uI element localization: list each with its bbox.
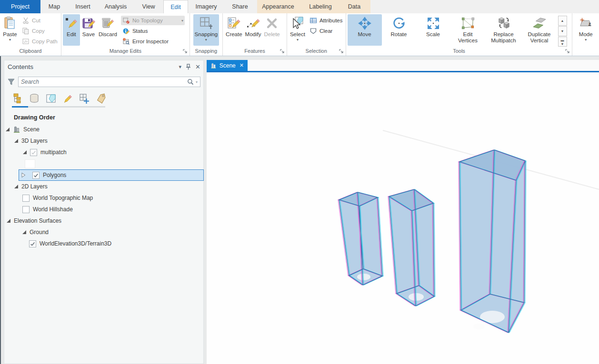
pin-icon[interactable] <box>186 64 191 70</box>
duplicate-vertical-icon <box>532 16 547 30</box>
snapping-button[interactable]: Snapping ▾ <box>193 14 220 46</box>
expanded-icon[interactable] <box>6 218 11 223</box>
list-by-data-source-icon[interactable] <box>29 93 40 104</box>
tree-item-scene[interactable]: Scene <box>4 124 203 135</box>
edit-button[interactable]: Edit <box>63 14 80 46</box>
tab-insert[interactable]: Insert <box>68 0 98 13</box>
gallery-expand-button[interactable]: ▬▼ <box>558 37 567 47</box>
polygons-checkbox[interactable] <box>32 172 40 179</box>
window-left-edge <box>0 56 1 364</box>
move-tool-button[interactable]: Move <box>348 14 382 46</box>
tree-item-world-topographic-map[interactable]: World Topographic Map <box>4 192 203 204</box>
collapsed-icon[interactable] <box>21 173 26 177</box>
mode-label: Mode <box>579 31 593 38</box>
rotate-icon <box>392 16 406 30</box>
create-features-button[interactable]: Create <box>224 14 244 46</box>
features-dialog-launcher[interactable] <box>280 49 285 54</box>
scene-view-tab[interactable]: Scene ✕ <box>207 60 248 71</box>
mode-button[interactable]: z Mode ▾ <box>577 14 594 46</box>
delete-features-button[interactable]: Delete <box>262 14 281 46</box>
expanded-icon[interactable] <box>14 138 19 143</box>
replace-multipatch-button[interactable]: Replace Multipatch <box>486 14 522 46</box>
scale-tool-button[interactable]: Scale <box>416 14 450 46</box>
tree-item-3d-layers[interactable]: 3D Layers <box>4 135 203 147</box>
pane-menu-caret-icon[interactable]: ▾ <box>179 64 182 70</box>
tab-imagery[interactable]: Imagery <box>188 0 224 13</box>
world-elevation-checkbox[interactable] <box>29 240 36 247</box>
group-tools: Move Rotate <box>346 13 573 56</box>
list-by-snapping-icon[interactable] <box>79 93 90 104</box>
tree-item-world-hillshade[interactable]: World Hillshade <box>4 204 203 215</box>
layer-symbol-swatch[interactable] <box>25 160 35 168</box>
tab-edit[interactable]: Edit <box>163 0 188 13</box>
tab-data[interactable]: Data <box>342 0 367 13</box>
tab-project[interactable]: Project <box>0 0 40 13</box>
expanded-icon[interactable] <box>5 127 10 132</box>
manage-edits-dialog-launcher[interactable] <box>183 49 188 54</box>
tools-group-label: Tools <box>453 48 465 54</box>
topology-dropdown[interactable]: No Topology ▾ <box>121 16 185 25</box>
tree-item-multipatch-symbol[interactable] <box>4 158 203 169</box>
tree-item-polygons[interactable]: Polygons <box>19 169 204 181</box>
discard-edits-button[interactable]: Discard <box>97 14 119 46</box>
scene-3d-canvas[interactable] <box>207 72 599 364</box>
attributes-label: Attributes <box>319 18 343 23</box>
status-button[interactable]: Status <box>121 26 185 36</box>
clear-selection-button[interactable]: Clear <box>308 26 344 36</box>
duplicate-vertical-button[interactable]: Duplicate Vertical <box>522 14 557 46</box>
modify-features-button[interactable]: Modify <box>244 14 263 46</box>
tab-view[interactable]: View <box>134 0 163 13</box>
tab-share[interactable]: Share <box>224 0 256 13</box>
tools-dialog-launcher[interactable] <box>565 49 570 54</box>
rotate-tool-button[interactable]: Rotate <box>382 14 416 46</box>
edit-vertices-button[interactable]: Edit Vertices <box>450 14 486 46</box>
expanded-icon[interactable] <box>22 150 27 155</box>
world-topographic-map-checkbox[interactable] <box>22 195 30 202</box>
close-pane-icon[interactable]: ✕ <box>195 63 200 70</box>
delete-icon <box>265 16 279 30</box>
error-inspector-button[interactable]: Error Inspector <box>121 37 185 46</box>
selection-dialog-launcher[interactable] <box>339 49 344 54</box>
contents-pane: Contents ▾ ✕ ▾ <box>4 60 204 364</box>
gallery-scroll-up-button[interactable]: ▲ <box>558 16 567 26</box>
copy-path-button[interactable]: Copy Path <box>20 37 59 46</box>
multipatch-checkbox[interactable] <box>30 149 37 156</box>
copy-button[interactable]: Copy <box>20 26 59 36</box>
search-icon[interactable] <box>187 79 194 85</box>
filter-icon[interactable] <box>7 78 15 86</box>
tree-item-world-elevation[interactable]: WorldElevation3D/Terrain3D <box>4 238 203 249</box>
cut-button[interactable]: Cut <box>20 16 59 25</box>
list-by-labeling-icon[interactable] <box>95 93 107 104</box>
list-by-drawing-order-icon[interactable] <box>12 93 23 104</box>
select-button[interactable]: Select ▾ <box>289 14 307 46</box>
tree-label: Ground <box>30 229 49 236</box>
move-icon <box>358 16 372 30</box>
tree-item-ground[interactable]: Ground <box>4 226 203 238</box>
world-hillshade-checkbox[interactable] <box>22 206 30 213</box>
paste-icon <box>3 16 17 30</box>
tab-map[interactable]: Map <box>40 0 68 13</box>
search-input[interactable] <box>21 79 187 85</box>
gallery-scroll-down-button[interactable]: ▼ <box>558 26 567 36</box>
group-snapping: Snapping ▾ Snapping <box>190 13 223 56</box>
tree-item-2d-layers[interactable]: 2D Layers <box>4 181 203 192</box>
tab-labeling[interactable]: Labeling <box>299 0 342 13</box>
expanded-icon[interactable] <box>22 230 27 235</box>
save-edits-button[interactable]: Save <box>80 14 97 46</box>
tree-item-elevation-surfaces[interactable]: Elevation Surfaces <box>4 215 203 226</box>
search-options-caret[interactable]: ▾ <box>196 80 198 84</box>
multipatch-box-left[interactable] <box>338 192 383 285</box>
attributes-button[interactable]: Attributes <box>308 16 344 25</box>
list-by-selection-icon[interactable] <box>45 93 57 104</box>
paste-button[interactable]: Paste ▾ <box>1 14 19 46</box>
tree-label: 3D Layers <box>21 138 48 144</box>
tab-appearance[interactable]: Appearance <box>257 0 299 13</box>
expanded-icon[interactable] <box>14 184 19 189</box>
list-by-editing-icon[interactable] <box>62 93 73 104</box>
tree-item-multipatch[interactable]: multipatch <box>4 147 203 158</box>
tab-analysis[interactable]: Analysis <box>98 0 134 13</box>
multipatch-box-right[interactable] <box>459 150 526 333</box>
replace-multipatch-label: Replace Multipatch <box>491 31 516 44</box>
multipatch-box-middle[interactable] <box>388 189 435 306</box>
close-view-icon[interactable]: ✕ <box>240 62 244 69</box>
